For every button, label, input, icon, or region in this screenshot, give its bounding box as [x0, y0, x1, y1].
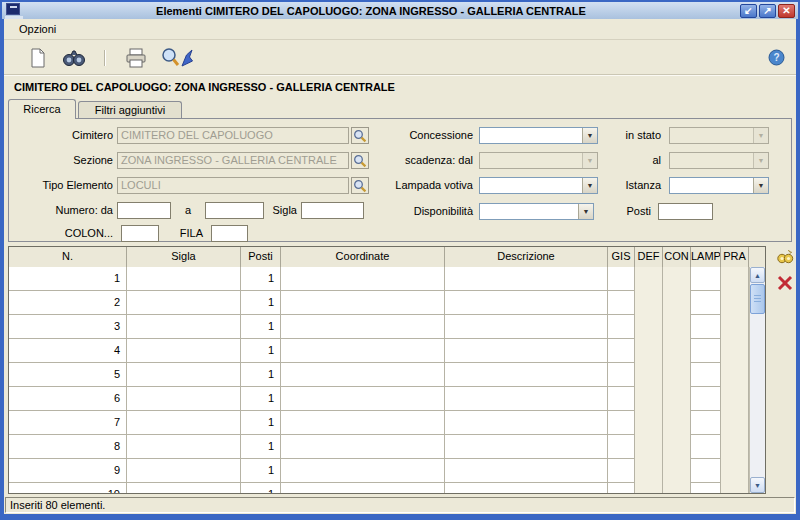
cell-pra	[721, 267, 749, 291]
cell-gis	[608, 435, 635, 459]
cell-posti: 1	[241, 267, 281, 291]
table-row[interactable]: 21	[9, 291, 749, 315]
cell-n: 8	[9, 435, 127, 459]
colonna-input[interactable]	[121, 225, 159, 242]
cell-sigla	[127, 315, 241, 339]
cell-n: 5	[9, 363, 127, 387]
help-icon[interactable]: ?	[768, 49, 785, 66]
app-window: Elementi CIMITERO DEL CAPOLUOGO: ZONA IN…	[0, 0, 800, 520]
column-header-n[interactable]: N.	[9, 247, 127, 267]
binoculars-icon[interactable]	[62, 46, 86, 70]
cell-sigla	[127, 387, 241, 411]
menu-opzioni[interactable]: Opzioni	[14, 19, 61, 40]
fila-label: FILA	[159, 225, 203, 242]
cell-pra	[721, 411, 749, 435]
al-select: ▼	[669, 152, 769, 169]
section-title: CIMITERO DEL CAPOLUOGO: ZONA INGRESSO - …	[14, 81, 395, 93]
table-row[interactable]: 71	[9, 411, 749, 435]
cell-gis	[608, 339, 635, 363]
cell-sigla	[127, 267, 241, 291]
cell-def	[635, 459, 663, 483]
column-header-coordinate[interactable]: Coordinate	[281, 247, 445, 267]
scroll-up-icon[interactable]: ▲	[750, 267, 765, 283]
tipo-elemento-label: Tipo Elemento	[9, 177, 113, 194]
cell-posti: 1	[241, 435, 281, 459]
cell-gis	[608, 315, 635, 339]
column-header-descrizione[interactable]: Descrizione	[445, 247, 608, 267]
table-row[interactable]: 51	[9, 363, 749, 387]
cell-descrizione	[445, 411, 608, 435]
print-icon[interactable]	[124, 46, 148, 70]
vertical-scrollbar[interactable]: ▲ ▼	[749, 267, 765, 493]
cell-def	[635, 315, 663, 339]
cell-n: 1	[9, 267, 127, 291]
restore-window-button[interactable]: ↙	[740, 4, 757, 18]
column-header-sigla[interactable]: Sigla	[127, 247, 241, 267]
zoom-select-icon[interactable]	[158, 46, 196, 70]
svg-text:?: ?	[773, 52, 779, 63]
tab-ricerca[interactable]: Ricerca	[8, 99, 76, 119]
cell-coordinate	[281, 291, 445, 315]
numero-da-label: Numero: da	[9, 202, 113, 219]
cell-n: 6	[9, 387, 127, 411]
table-row[interactable]: 41	[9, 339, 749, 363]
cell-def	[635, 363, 663, 387]
cell-coordinate	[281, 339, 445, 363]
cell-sigla	[127, 435, 241, 459]
table-row[interactable]: 61	[9, 387, 749, 411]
cell-con	[663, 483, 691, 493]
delete-x-icon[interactable]	[776, 274, 794, 292]
new-document-icon[interactable]	[26, 46, 50, 70]
cell-sigla	[127, 411, 241, 435]
cell-def	[635, 267, 663, 291]
table-row[interactable]: 101	[9, 483, 749, 493]
lampada-votiva-label: Lampada votiva	[353, 177, 473, 194]
scroll-down-icon[interactable]: ▼	[750, 477, 765, 493]
cell-def	[635, 483, 663, 493]
detail-binoculars-icon[interactable]	[776, 248, 794, 266]
column-header-posti[interactable]: Posti	[241, 247, 281, 267]
cell-sigla	[127, 291, 241, 315]
cell-def	[635, 411, 663, 435]
disponibilita-label: Disponibilità	[353, 203, 473, 220]
istanza-select[interactable]: ▼	[669, 177, 769, 194]
tab-filtri-aggiuntivi[interactable]: Filtri aggiuntivi	[78, 101, 182, 119]
cell-def	[635, 339, 663, 363]
cell-descrizione	[445, 291, 608, 315]
table-header: N. Sigla Posti Coordinate Descrizione GI…	[9, 247, 765, 267]
cell-lamp	[691, 363, 721, 387]
cell-descrizione	[445, 435, 608, 459]
cell-n: 4	[9, 339, 127, 363]
cell-con	[663, 339, 691, 363]
posti-label: Posti	[569, 203, 651, 220]
table-row[interactable]: 91	[9, 459, 749, 483]
column-header-def[interactable]: DEF	[635, 247, 663, 267]
numero-a-label: a	[173, 202, 203, 219]
column-header-con[interactable]: CON	[663, 247, 691, 267]
cell-descrizione	[445, 315, 608, 339]
cell-coordinate	[281, 315, 445, 339]
in-stato-label: in stato	[569, 127, 661, 144]
table-row[interactable]: 81	[9, 435, 749, 459]
column-header-gis[interactable]: GIS	[608, 247, 635, 267]
scrollbar-thumb[interactable]	[750, 284, 765, 314]
fila-input[interactable]	[211, 225, 248, 242]
posti-input[interactable]	[658, 203, 713, 220]
cell-gis	[608, 267, 635, 291]
numero-da-input[interactable]	[117, 202, 171, 219]
cell-posti: 1	[241, 339, 281, 363]
maximize-window-button[interactable]: ↗	[759, 4, 776, 18]
column-header-lamp[interactable]: LAMP	[691, 247, 721, 267]
scadenza-dal-label: scadenza: dal	[353, 152, 473, 169]
table-row[interactable]: 31	[9, 315, 749, 339]
column-header-pra[interactable]: PRA	[721, 247, 749, 267]
table-row[interactable]: 11	[9, 267, 749, 291]
close-window-button[interactable]: ✕	[778, 4, 795, 18]
cell-descrizione	[445, 267, 608, 291]
cell-n: 10	[9, 483, 127, 493]
status-text: Inseriti 80 elementi.	[10, 499, 105, 511]
cell-coordinate	[281, 483, 445, 493]
cell-posti: 1	[241, 315, 281, 339]
cell-lamp	[691, 483, 721, 493]
cell-lamp	[691, 315, 721, 339]
